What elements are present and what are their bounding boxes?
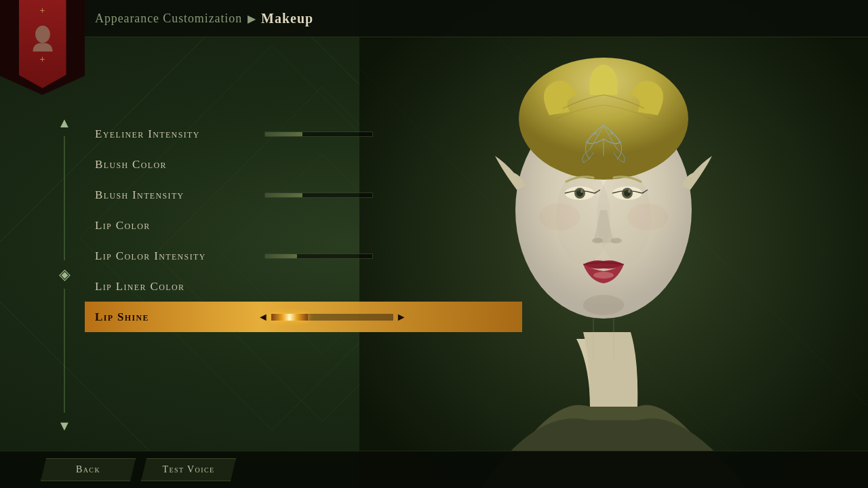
lip-shine-track (271, 314, 393, 321)
eyeliner-intensity-track (264, 131, 373, 137)
lip-shine-fill (271, 314, 308, 321)
blush-intensity-track (264, 192, 373, 198)
lip-shine-slider-container[interactable]: ◄ ► (258, 311, 407, 323)
breadcrumb-current: Makeup (261, 11, 313, 26)
svg-point-21 (583, 295, 624, 315)
eyeliner-intensity-fill (265, 132, 302, 136)
test-voice-button[interactable]: Test Voice (141, 458, 236, 481)
breadcrumb-parent: Appearance Customization (95, 12, 242, 26)
sidebar-nav: ▲ ◈ ▼ (54, 115, 75, 434)
head-silhouette-icon (29, 24, 56, 52)
header-icon-area: + + (0, 0, 85, 95)
lip-color-intensity-label: Lip Color Intensity (95, 249, 258, 263)
svg-point-22 (539, 203, 580, 230)
bookmark-red: + + (19, 0, 66, 88)
blush-intensity-fill (265, 193, 302, 197)
svg-point-19 (611, 238, 622, 243)
svg-point-0 (35, 26, 50, 43)
menu-item-lip-color-intensity[interactable]: Lip Color Intensity (95, 241, 509, 271)
lip-color-intensity-fill (265, 254, 297, 258)
lip-shine-decrease-button[interactable]: ◄ (258, 311, 269, 323)
menu-item-lip-shine[interactable]: Lip Shine ◄ ► (85, 302, 522, 332)
nav-up-button[interactable]: ▲ (58, 115, 71, 131)
plus-bottom-icon: + (40, 54, 45, 65)
menu-item-lip-liner-color[interactable]: Lip Liner Color (95, 271, 509, 302)
eyeliner-intensity-label: Eyeliner Intensity (95, 127, 258, 141)
menu-item-blush-color[interactable]: Blush Color (95, 149, 509, 180)
menu-item-blush-intensity[interactable]: Blush Intensity (95, 180, 509, 210)
blush-intensity-label: Blush Intensity (95, 188, 258, 202)
lip-color-intensity-track (264, 253, 373, 259)
nav-down-button[interactable]: ▼ (58, 418, 71, 434)
nav-line-bottom (64, 289, 65, 413)
nav-diamond-icon[interactable]: ◈ (59, 266, 71, 283)
svg-point-9 (610, 132, 613, 135)
lip-shine-increase-button[interactable]: ► (396, 311, 407, 323)
plus-top-icon: + (40, 5, 45, 16)
blush-color-label: Blush Color (95, 158, 258, 171)
breadcrumb: Appearance Customization ▶ Makeup (95, 11, 313, 26)
bottom-bar: Back Test Voice (0, 451, 868, 488)
blush-intensity-slider-container[interactable] (264, 192, 373, 198)
lip-color-label: Lip Color (95, 219, 258, 232)
lip-shine-label: Lip Shine (95, 310, 258, 324)
menu-item-lip-color[interactable]: Lip Color (95, 210, 509, 241)
header: Appearance Customization ▶ Makeup (0, 0, 868, 37)
main-content: Eyeliner Intensity Blush Color Blush Int… (75, 37, 509, 451)
svg-point-23 (627, 203, 668, 230)
lip-liner-color-label: Lip Liner Color (95, 280, 258, 293)
nav-line-top (64, 136, 65, 260)
svg-point-18 (592, 238, 603, 243)
svg-point-20 (593, 272, 614, 279)
eyeliner-intensity-slider-container[interactable] (264, 131, 373, 137)
lip-color-intensity-slider-container[interactable] (264, 253, 373, 259)
back-button[interactable]: Back (41, 458, 136, 481)
menu-item-eyeliner-intensity[interactable]: Eyeliner Intensity (95, 119, 509, 149)
breadcrumb-arrow: ▶ (248, 12, 256, 25)
svg-point-8 (594, 132, 597, 135)
